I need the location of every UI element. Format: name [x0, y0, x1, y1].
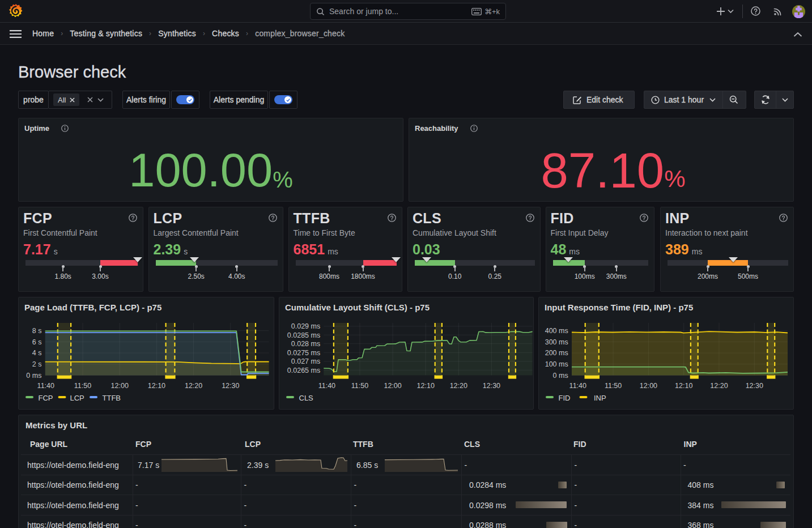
svg-text:11:40: 11:40 — [37, 382, 54, 390]
svg-text:8 s: 8 s — [32, 327, 42, 335]
svg-text:200 ms: 200 ms — [545, 349, 568, 357]
svg-text:12:10: 12:10 — [148, 382, 165, 390]
svg-text:FCP: FCP — [39, 394, 53, 402]
svg-text:0.029 ms: 0.029 ms — [291, 322, 320, 330]
svg-text:11:50: 11:50 — [74, 382, 91, 390]
svg-text:12:00: 12:00 — [111, 382, 129, 390]
svg-text:4 s: 4 s — [32, 349, 42, 357]
svg-text:CLS: CLS — [299, 394, 314, 402]
svg-text:12:10: 12:10 — [675, 382, 692, 390]
svg-text:11:40: 11:40 — [569, 382, 586, 390]
svg-text:12:20: 12:20 — [450, 382, 467, 390]
svg-text:0.0285 ms: 0.0285 ms — [287, 331, 320, 339]
svg-text:TTFB: TTFB — [103, 394, 121, 402]
svg-text:LCP: LCP — [70, 394, 84, 402]
svg-text:6 s: 6 s — [32, 338, 42, 346]
svg-text:2 s: 2 s — [32, 360, 42, 368]
svg-text:0 ms: 0 ms — [553, 372, 568, 380]
svg-text:400 ms: 400 ms — [545, 327, 568, 335]
svg-text:100 ms: 100 ms — [545, 360, 568, 368]
svg-text:0.0265 ms: 0.0265 ms — [287, 367, 320, 374]
svg-text:12:30: 12:30 — [746, 382, 763, 390]
svg-text:11:50: 11:50 — [351, 382, 368, 390]
svg-text:12:20: 12:20 — [185, 382, 202, 390]
svg-text:0.028 ms: 0.028 ms — [291, 340, 320, 348]
svg-text:0.027 ms: 0.027 ms — [291, 357, 320, 365]
svg-text:12:30: 12:30 — [483, 382, 500, 390]
svg-text:12:30: 12:30 — [222, 382, 239, 390]
svg-text:12:00: 12:00 — [640, 382, 657, 390]
svg-text:FID: FID — [559, 394, 571, 402]
svg-text:300 ms: 300 ms — [545, 338, 568, 346]
svg-text:12:10: 12:10 — [417, 382, 435, 390]
svg-text:11:50: 11:50 — [605, 382, 622, 390]
svg-text:0.0275 ms: 0.0275 ms — [287, 349, 320, 357]
svg-text:12:00: 12:00 — [384, 382, 401, 390]
svg-text:11:40: 11:40 — [318, 382, 335, 390]
svg-text:INP: INP — [594, 394, 606, 402]
svg-text:12:20: 12:20 — [710, 382, 728, 390]
svg-text:0 ms: 0 ms — [26, 372, 41, 380]
